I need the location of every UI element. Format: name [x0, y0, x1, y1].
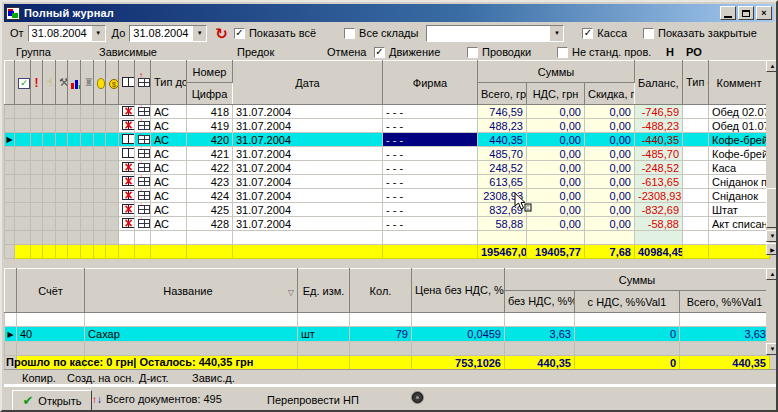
nonstandard-checkbox[interactable]: Не станд. пров.: [557, 46, 651, 58]
table-row[interactable]: АС 419 31.07.2004 - - - 488,23 0,00 0,00…: [5, 119, 770, 133]
table-row[interactable]: АС 428 31.07.2004 - - - 58,88 0,00 0,00 …: [5, 217, 770, 231]
scroll-thumb[interactable]: [766, 188, 778, 228]
table-row[interactable]: АС 422 31.07.2004 - - - 248,52 0,00 0,00…: [5, 161, 770, 175]
scroll-up-icon[interactable]: ▲: [766, 268, 778, 280]
movement-checkbox[interactable]: ✓ Движение: [374, 46, 440, 58]
hscroll-right-icon[interactable]: ▶: [766, 243, 778, 255]
tab-create-based[interactable]: Созд. на осн.: [67, 372, 134, 384]
table-row[interactable]: АС 421 31.07.2004 - - - 485,70 0,00 0,00…: [5, 147, 770, 161]
col-with-vat[interactable]: с НДС, %%Val1: [575, 291, 680, 313]
date-to-dropdown-icon[interactable]: ▼: [193, 26, 206, 41]
checkmark-icon: ✔: [22, 393, 33, 408]
row-selector-header: [5, 61, 15, 105]
stamp-icon[interactable]: ♜: [81, 61, 94, 105]
po-button[interactable]: РО: [686, 46, 702, 58]
col-no-vat[interactable]: без НДС, %%Val1: [505, 291, 575, 313]
kassa-checkbox[interactable]: ✓ Касса: [582, 27, 627, 39]
col-sums-group: Суммы: [478, 61, 635, 83]
card-index-icon[interactable]: [135, 61, 151, 105]
tab-dependent-docs[interactable]: Завис.д.: [192, 372, 235, 384]
scroll-down-icon[interactable]: ▼: [766, 343, 778, 355]
moneybag-icon[interactable]: $: [106, 61, 119, 105]
scroll-down-icon[interactable]: ▼: [766, 230, 778, 242]
col-digit[interactable]: Цифра: [187, 83, 233, 105]
documents-scrollbar[interactable]: ▲ ▼: [766, 60, 778, 242]
col-total[interactable]: Всего, грн: [478, 83, 527, 105]
col-doc-type[interactable]: Тип док.: [151, 61, 187, 105]
book-crossed-icon: [119, 105, 135, 119]
postings-checkbox[interactable]: Проводки: [467, 46, 531, 58]
to-label: До: [112, 27, 126, 39]
detail-scrollbar[interactable]: ▲ ▼: [766, 268, 778, 355]
book-icon[interactable]: [119, 61, 135, 105]
hammer-icon[interactable]: ⚒: [56, 61, 68, 105]
status-bar: Прошло по кассе: 0 грн| Осталось: 440,35…: [4, 355, 778, 370]
row-selector-header: [5, 269, 17, 313]
col-sums-group: Суммы: [505, 269, 770, 291]
col-firm[interactable]: Фирма: [383, 61, 478, 105]
dependents-button[interactable]: Зависимые: [99, 46, 157, 58]
thumb-up-icon[interactable]: ☝: [43, 61, 56, 105]
checkbox-check-icon: ✓: [582, 28, 593, 39]
open-button[interactable]: ✔ Открыть: [12, 390, 92, 411]
row-selector-arrow: ▶: [5, 133, 15, 147]
total-vat: 19405,77: [527, 245, 585, 259]
col-number[interactable]: Номер: [187, 61, 233, 83]
sort-icon: ▽: [288, 288, 294, 297]
tab-copy[interactable]: Копир.: [22, 372, 56, 384]
cancel-button[interactable]: Отмена: [327, 46, 366, 58]
close-button[interactable]: ×: [756, 6, 772, 20]
date-from-dropdown-icon[interactable]: ▼: [92, 26, 105, 41]
parent-button[interactable]: Предок: [237, 46, 274, 58]
group-button[interactable]: Группа: [16, 46, 51, 58]
documents-grid: ✓ ! ☝ ⚒ ♜ $ Тип док. Номер Дата Фирма Су…: [4, 60, 770, 259]
tab-history[interactable]: Д-ист.: [139, 372, 169, 384]
col-name[interactable]: Название ▽: [85, 269, 298, 313]
exclamation-icon[interactable]: !: [31, 61, 43, 105]
actions-toolbar: Группа Зависимые Предок Отмена ✓ Движени…: [4, 44, 778, 60]
warehouse-combobox[interactable]: ▼: [426, 25, 564, 42]
table-row[interactable]: АС 425 31.07.2004 - - - 832,69 0,00 0,00…: [5, 203, 770, 217]
selected-table-row[interactable]: ▶ АС 420 31.07.2004 - - - 440,35 0,00 0,…: [5, 133, 770, 147]
table-row[interactable]: АС 424 31.07.2004 - - - 2308,93 0,00 0,0…: [5, 189, 770, 203]
arrows-icon: ↑↓: [92, 393, 102, 405]
maximize-button[interactable]: [738, 6, 754, 20]
empty-row: [5, 313, 770, 327]
grid-check-icon[interactable]: ✓: [15, 61, 31, 105]
cash-status-text: Прошло по кассе: 0 грн| Осталось: 440,35…: [6, 356, 253, 368]
all-warehouses-checkbox[interactable]: Все склады: [344, 27, 418, 39]
scroll-up-icon[interactable]: ▲: [766, 60, 778, 72]
show-all-checkbox[interactable]: ✓ Показать всё: [234, 27, 316, 39]
bug-icon[interactable]: [412, 392, 423, 403]
col-total[interactable]: Всего, %%Val1: [680, 291, 770, 313]
date-from-input[interactable]: 31.08.2004 ▼: [28, 25, 106, 42]
col-date[interactable]: Дата: [233, 61, 383, 105]
empty-row: [5, 231, 770, 245]
egg-icon[interactable]: [94, 61, 106, 105]
table-row[interactable]: АС 418 31.07.2004 - - - 746,59 0,00 0,00…: [5, 105, 770, 119]
chart-icon[interactable]: [68, 61, 81, 105]
date-to-input[interactable]: 31.08.2004 ▼: [129, 25, 207, 42]
col-unit[interactable]: Ед. изм.: [298, 269, 350, 313]
table-row[interactable]: АС 423 31.07.2004 - - - 613,65 0,00 0,00…: [5, 175, 770, 189]
show-closed-checkbox[interactable]: Показать закрытые: [643, 27, 757, 39]
col-vat[interactable]: НДС, грн: [527, 83, 585, 105]
minimize-button[interactable]: [720, 6, 736, 20]
col-comment[interactable]: Коммент: [709, 61, 770, 105]
col-balance[interactable]: Баланс, грн: [635, 61, 683, 105]
book-icon: [119, 133, 135, 147]
reconduct-label[interactable]: Перепровести НП: [267, 394, 359, 406]
selected-detail-row[interactable]: ▶ 40 Сахар шт 79 0,0459 3,63 0 3,63: [5, 327, 770, 342]
warehouse-dropdown-icon[interactable]: ▼: [550, 26, 563, 41]
col-price[interactable]: Цена без НДС, %%Val1: [412, 269, 505, 313]
refresh-icon[interactable]: ↻: [215, 26, 228, 41]
focused-cell: - - -: [383, 133, 478, 147]
checkbox-check-icon: ✓: [374, 47, 385, 58]
h-button[interactable]: Н: [666, 46, 674, 58]
col-discount[interactable]: Скидка, грн: [585, 83, 635, 105]
col-qty[interactable]: Кол.: [350, 269, 412, 313]
app-window: Полный журнал × От 31.08.2004 ▼ До 31.08…: [0, 0, 778, 412]
col-account[interactable]: Счёт: [17, 269, 85, 313]
col-pay-type[interactable]: Тип опл.: [683, 61, 709, 105]
documents-count: ↑↓ Всего документов: 495: [92, 393, 222, 405]
